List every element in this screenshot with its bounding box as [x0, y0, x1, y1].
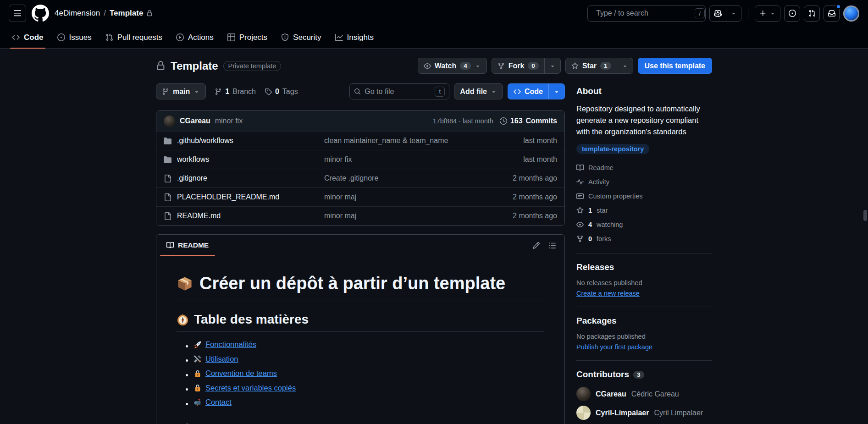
triangle-down-icon: [553, 88, 560, 95]
file-browser: CGareau minor fix 17bf884 · last month 1…: [156, 110, 565, 226]
table-row[interactable]: workflows minor fix last month: [156, 150, 564, 169]
topic-tag[interactable]: template-repository: [576, 144, 649, 154]
tab-pull-requests[interactable]: Pull requests: [100, 27, 168, 48]
contributor-username[interactable]: Cyril-Limpalaer: [596, 409, 649, 417]
outline-list-icon[interactable]: [548, 242, 556, 249]
table-row[interactable]: .gitignore Create .gitignore 2 months ag…: [156, 169, 564, 187]
fork-label: Fork: [509, 62, 525, 70]
file-icon: [164, 212, 171, 220]
hamburger-menu-button[interactable]: [9, 5, 26, 22]
forks-meta-link[interactable]: 0 forks: [576, 233, 712, 244]
global-search[interactable]: /: [587, 6, 706, 22]
t-key-hint: t: [435, 87, 445, 97]
commit-author-link[interactable]: CGareau: [180, 117, 210, 125]
branch-selector-button[interactable]: main: [156, 83, 206, 99]
tab-code[interactable]: Code: [6, 27, 49, 48]
slash-key-hint: /: [695, 8, 705, 18]
toc-link-contact[interactable]: Contact: [194, 398, 232, 407]
star-menu-button[interactable]: [617, 58, 633, 73]
fork-menu-button[interactable]: [544, 58, 560, 73]
row-commit-age: last month: [488, 155, 557, 164]
pencil-icon[interactable]: [532, 242, 540, 249]
pull-requests-header-button[interactable]: [804, 6, 820, 22]
readme-meta-link[interactable]: Readme: [576, 162, 712, 173]
issues-header-button[interactable]: [784, 6, 800, 22]
row-commit-message[interactable]: Create .gitignore: [324, 174, 488, 182]
page-scrollbar-thumb[interactable]: [863, 210, 867, 221]
commit-sha-time[interactable]: 17bf884 · last month: [433, 117, 493, 125]
github-logo[interactable]: [32, 5, 49, 22]
commit-history-link[interactable]: 163 Commits: [500, 117, 557, 125]
contributor-avatar[interactable]: [576, 387, 591, 401]
go-to-file-input[interactable]: [365, 88, 431, 96]
copilot-menu-button[interactable]: [726, 6, 741, 21]
contributor-username[interactable]: CGareau: [596, 390, 626, 398]
copilot-button[interactable]: [710, 6, 726, 21]
toc-link-convention-de-teams[interactable]: Convention de teams: [194, 369, 277, 378]
file-name-link[interactable]: .gitignore: [177, 174, 207, 182]
tab-label: Projects: [239, 33, 267, 42]
contributor-fullname: Cyril Limpalaer: [654, 409, 703, 417]
custom-properties-meta-link[interactable]: Custom properties: [576, 190, 712, 202]
fork-button[interactable]: Fork 0: [492, 58, 544, 73]
star-button[interactable]: Star 1: [566, 58, 617, 73]
toc-link-utilisation[interactable]: Utilisation: [194, 355, 238, 363]
watching-meta-link[interactable]: 4 watching: [576, 219, 712, 230]
contributor-avatar[interactable]: [576, 406, 591, 420]
file-name-link[interactable]: README.md: [177, 212, 221, 220]
publish-package-link[interactable]: Publish your first package: [576, 343, 652, 351]
eye-icon: [424, 62, 431, 70]
tags-link[interactable]: 0 Tags: [265, 88, 298, 96]
branches-link[interactable]: 1 Branch: [215, 88, 256, 96]
create-release-link[interactable]: Create a new release: [576, 290, 640, 297]
table-row[interactable]: README.md minor maj 2 months ago: [156, 206, 564, 225]
file-name-link[interactable]: workflows: [177, 155, 209, 164]
create-new-button[interactable]: [755, 6, 780, 21]
tab-insights[interactable]: Insights: [330, 27, 380, 48]
note-icon: [576, 193, 584, 200]
copilot-button-group: [709, 6, 741, 22]
star-icon: [571, 62, 579, 70]
tools-emoji: [194, 355, 202, 363]
page-title[interactable]: Template: [171, 60, 218, 72]
watch-button[interactable]: Watch 4: [418, 58, 487, 73]
tab-security[interactable]: Security: [276, 27, 326, 48]
triangle-down-icon: [549, 63, 556, 69]
tab-projects[interactable]: Projects: [222, 27, 273, 48]
use-this-template-button[interactable]: Use this template: [638, 58, 712, 74]
toc-link-secrets-et-variables[interactable]: Secrets et variables copiés: [194, 384, 296, 392]
row-commit-message[interactable]: minor fix: [324, 155, 488, 164]
row-commit-message[interactable]: clean maintainer_name & team_name: [324, 137, 488, 145]
table-row[interactable]: .github/workflows clean maintainer_name …: [156, 131, 564, 150]
tab-readme[interactable]: README: [160, 235, 215, 256]
toc-link-fonctionnalites[interactable]: Fonctionnalités: [194, 340, 256, 349]
meta-label: forks: [597, 235, 611, 242]
add-file-button[interactable]: Add file: [454, 84, 503, 99]
table-row[interactable]: PLACEHOLDER_README.md minor maj 2 months…: [156, 187, 564, 206]
breadcrumb-org-link[interactable]: 4eDimension: [55, 9, 100, 18]
file-name-link[interactable]: PLACEHOLDER_README.md: [177, 193, 279, 201]
code-menu-button[interactable]: [548, 84, 564, 99]
row-commit-message[interactable]: minor maj: [324, 193, 488, 201]
commit-message-link[interactable]: minor fix: [215, 117, 243, 125]
breadcrumb-separator: /: [104, 9, 106, 18]
file-name-link[interactable]: .github/workflows: [177, 137, 233, 145]
breadcrumb: 4eDimension / Template: [55, 9, 153, 18]
go-to-file-search[interactable]: t: [349, 83, 449, 99]
row-commit-message[interactable]: minor maj: [324, 212, 488, 220]
branches-count: 1: [225, 88, 229, 96]
tab-actions[interactable]: Actions: [171, 27, 219, 48]
search-input[interactable]: [596, 9, 691, 17]
code-button[interactable]: Code: [508, 84, 548, 99]
stars-meta-link[interactable]: 1 star: [576, 204, 712, 216]
inbox-button[interactable]: [824, 6, 840, 22]
tab-issues[interactable]: Issues: [52, 27, 97, 48]
readme-header: README: [156, 235, 564, 256]
activity-meta-link[interactable]: Activity: [576, 176, 712, 187]
commit-author-avatar[interactable]: [164, 116, 175, 127]
releases-empty-text: No releases published: [576, 279, 712, 286]
book-icon: [166, 242, 174, 249]
tags-label: Tags: [282, 88, 298, 96]
user-avatar[interactable]: [843, 6, 859, 22]
breadcrumb-repo-link[interactable]: Template: [110, 9, 153, 18]
